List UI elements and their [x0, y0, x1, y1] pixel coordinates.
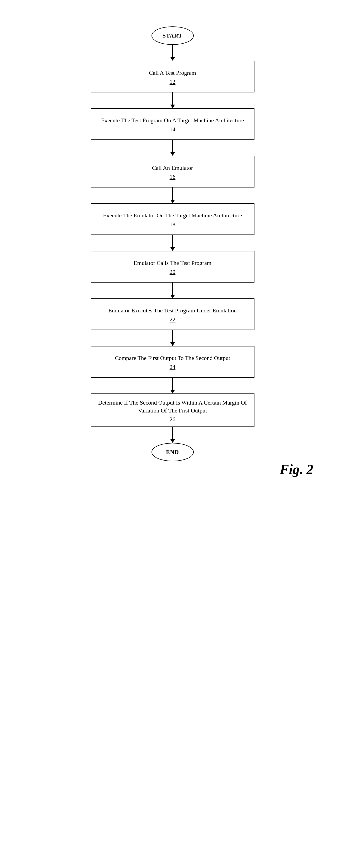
step-26-number: 26: [170, 416, 176, 423]
arrow-head: [170, 295, 175, 299]
step-16-text: Call An Emulator: [152, 164, 193, 172]
arrow-3: [170, 187, 175, 203]
arrow-head: [170, 390, 175, 394]
step-14-text: Execute The Test Program On A Target Mac…: [101, 117, 244, 124]
arrow-0: [170, 45, 175, 61]
step-16-number: 16: [170, 174, 176, 180]
step-24-number: 24: [170, 364, 176, 371]
arrow-7: [170, 378, 175, 394]
arrow-2: [170, 140, 175, 156]
step-18-box: Execute The Emulator On The Target Machi…: [91, 203, 254, 235]
arrow-5: [170, 283, 175, 299]
arrow-line: [172, 378, 173, 390]
end-label: END: [166, 448, 179, 456]
arrow-line: [172, 235, 173, 247]
step-24-text: Compare The First Output To The Second O…: [115, 354, 230, 362]
arrow-head: [170, 439, 175, 443]
step-22-box: Emulator Executes The Test Program Under…: [91, 299, 254, 330]
arrow-line: [172, 45, 173, 57]
arrow-head: [170, 199, 175, 203]
step-18-number: 18: [170, 221, 176, 228]
step-14-box: Execute The Test Program On A Target Mac…: [91, 108, 254, 140]
arrow-4: [170, 235, 175, 251]
arrow-1: [170, 92, 175, 108]
step-12-box: Call A Test Program 12: [91, 61, 254, 92]
step-20-box: Emulator Calls The Test Program 20: [91, 251, 254, 283]
start-label: START: [163, 32, 183, 39]
step-16-box: Call An Emulator 16: [91, 156, 254, 187]
arrow-line: [172, 187, 173, 199]
fig-label: Fig. 2: [280, 462, 313, 477]
step-14-number: 14: [170, 126, 176, 133]
step-20-text: Emulator Calls The Test Program: [133, 259, 212, 267]
page: START Call A Test Program 12 Execute The…: [0, 10, 345, 498]
arrow-head: [170, 104, 175, 108]
arrow-line: [172, 92, 173, 104]
arrow-6: [170, 330, 175, 346]
step-26-box: Determine If The Second Output Is Within…: [91, 394, 254, 427]
arrow-line: [172, 140, 173, 152]
arrow-line: [172, 330, 173, 342]
step-12-text: Call A Test Program: [149, 69, 196, 77]
arrow-line: [172, 283, 173, 295]
step-26-text: Determine If The Second Output Is Within…: [97, 399, 249, 414]
arrow-head: [170, 247, 175, 251]
step-18-text: Execute The Emulator On The Target Machi…: [103, 212, 242, 219]
flowchart: START Call A Test Program 12 Execute The…: [0, 10, 345, 498]
end-oval: END: [152, 443, 194, 461]
step-24-box: Compare The First Output To The Second O…: [91, 346, 254, 378]
arrow-line: [172, 427, 173, 439]
arrow-head: [170, 152, 175, 156]
arrow-head: [170, 57, 175, 61]
arrow-head: [170, 342, 175, 346]
step-22-text: Emulator Executes The Test Program Under…: [108, 307, 237, 314]
step-20-number: 20: [170, 269, 176, 275]
arrow-8: [170, 427, 175, 443]
step-12-number: 12: [170, 79, 176, 85]
step-22-number: 22: [170, 316, 176, 323]
start-oval: START: [152, 26, 194, 45]
